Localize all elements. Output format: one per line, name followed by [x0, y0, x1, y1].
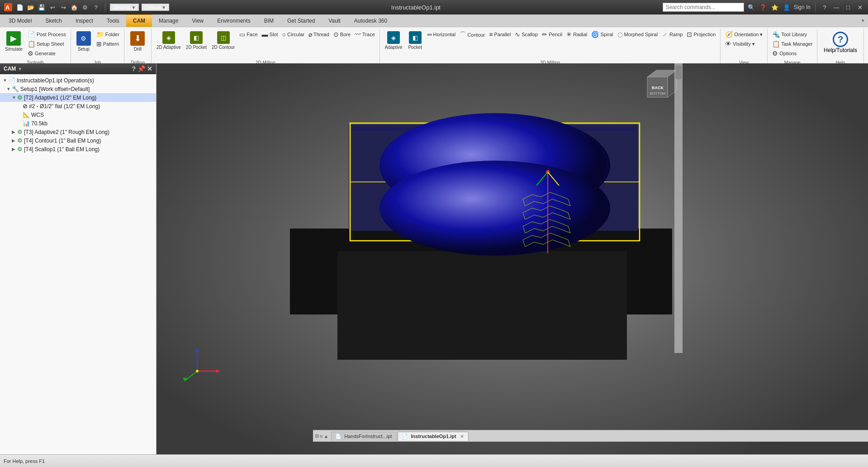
- panel-pin-btn[interactable]: 📌: [138, 65, 145, 72]
- adaptive-3d-button[interactable]: ◈ Adaptive: [383, 30, 405, 52]
- pocket-3d-button[interactable]: ◧ Pocket: [405, 30, 425, 52]
- generate-button[interactable]: ⚙ Generate: [26, 49, 68, 58]
- tab-3d-model[interactable]: 3D Model: [2, 14, 38, 27]
- ramp-button[interactable]: ⟋ Ramp: [660, 30, 684, 39]
- morphed-spiral-button[interactable]: ◌ Morphed Spiral: [616, 30, 660, 39]
- tab-expand-icon[interactable]: ▲: [323, 434, 328, 439]
- redo-btn[interactable]: ↪: [59, 3, 68, 12]
- tab-get-started[interactable]: Get Started: [280, 14, 322, 27]
- tree-item-t4-scallop1[interactable]: ▶ ⚙ [T4] Scallop1 (1" Ball EM Long): [0, 145, 156, 153]
- tree-item-root[interactable]: ▼ 📄 InstructableOp1.ipt Operation(s): [0, 76, 156, 85]
- search-btn[interactable]: 🔍: [747, 3, 756, 12]
- navigation-cube[interactable]: BACK BOTTOM: [647, 70, 677, 97]
- tab-vault[interactable]: Vault: [322, 14, 347, 27]
- help-tutorials-button[interactable]: ? Help/Tutorials: [820, 30, 861, 55]
- tool-library-button[interactable]: 🔩 Tool Library: [770, 30, 814, 39]
- group-3d-milling: ◈ Adaptive ◧ Pocket ═ Horizontal ⌒ Conto…: [380, 29, 721, 66]
- root-label: InstructableOp1.ipt Operation(s): [17, 77, 94, 84]
- tab-bim[interactable]: BIM: [257, 14, 280, 27]
- simulate-button[interactable]: ▶ Simulate: [3, 30, 25, 53]
- t4-scallop-label: [T4] Scallop1 (1" Ball EM Long): [24, 146, 100, 152]
- projection-button[interactable]: ⊡ Projection: [685, 30, 717, 39]
- settings-btn[interactable]: ⚙: [81, 3, 90, 12]
- tree-item-t4-contour1[interactable]: ▶ ⚙ [T4] Contour1 (1" Ball EM Long): [0, 136, 156, 145]
- setup-sheet-button[interactable]: 📋 Setup Sheet: [26, 39, 68, 48]
- 2d-pocket-button[interactable]: ◧ 2D Pocket: [184, 30, 209, 52]
- tree-item-t3-adaptive2[interactable]: ▶ ⚙ [T3] Adaptive2 (1" Rough EM Long): [0, 128, 156, 136]
- face-button[interactable]: ▭ Face: [237, 30, 259, 39]
- instructable-tab-close[interactable]: ✕: [460, 434, 464, 439]
- tree-expand-wcs: [17, 112, 23, 117]
- help-expand-btn[interactable]: ?: [820, 3, 829, 12]
- open-file-btn[interactable]: 📂: [26, 3, 35, 12]
- contour-3d-button[interactable]: ⌒ Contour: [458, 30, 487, 40]
- parallel-button[interactable]: ≡ Parallel: [487, 30, 512, 39]
- user-icon[interactable]: 👤: [782, 3, 791, 12]
- tab-tools[interactable]: Tools: [100, 14, 126, 27]
- tree-item-t2-tool[interactable]: ⊘ #2 - Ø1/2" flat (1/2" EM Long): [0, 102, 156, 110]
- tree-item-size[interactable]: 📊 70.5kb: [0, 119, 156, 128]
- favorites-icon[interactable]: ⭐: [770, 3, 779, 12]
- tab-manage[interactable]: Manage: [152, 14, 185, 27]
- t2-label: [T2] Adaptive1 (1/2" EM Long): [24, 95, 96, 101]
- horizontal-button[interactable]: ═ Horizontal: [426, 30, 457, 39]
- drill-button[interactable]: ⬇ Drill: [128, 30, 147, 53]
- task-manager-button[interactable]: 📋 Task Manager: [770, 39, 814, 48]
- tree-item-setup1[interactable]: ▼ 🔧 Setup1 [Work offset=Default]: [0, 85, 156, 93]
- contour-3d-icon: ⌒: [460, 31, 466, 39]
- bore-button[interactable]: ⊙ Bore: [332, 30, 352, 39]
- circular-button[interactable]: ○ Circular: [280, 30, 306, 39]
- list-view-icon[interactable]: ≡: [320, 434, 323, 439]
- t2-tool-icon: ⊘: [23, 103, 28, 110]
- help-icon[interactable]: ❓: [759, 3, 768, 12]
- folder-button[interactable]: 📁 Folder: [95, 30, 121, 39]
- tab-view[interactable]: View: [185, 14, 210, 27]
- profile-dropdown[interactable]: Generic ▼: [110, 4, 139, 11]
- tree-item-t2-adaptive1[interactable]: ▼ ⚙ [T2] Adaptive1 (1/2" EM Long): [0, 93, 156, 102]
- radial-button[interactable]: ✳ Radial: [564, 30, 589, 39]
- tab-sketch[interactable]: Sketch: [38, 14, 69, 27]
- panel-dropdown-arrow[interactable]: ▼: [18, 67, 22, 71]
- help-quick-btn[interactable]: ?: [91, 3, 100, 12]
- orientation-button[interactable]: 🧭 Orientation ▾: [723, 30, 764, 39]
- grid-view-icon[interactable]: ⊞: [315, 433, 319, 439]
- maximize-btn[interactable]: □: [844, 3, 853, 12]
- app-logo[interactable]: A: [4, 3, 13, 12]
- tree-item-wcs[interactable]: 📐 WCS: [0, 110, 156, 119]
- sign-in-label[interactable]: Sign In: [794, 4, 811, 10]
- tab-autodesk-360[interactable]: Autodesk 360: [347, 14, 394, 27]
- tab-inspect[interactable]: Inspect: [69, 14, 100, 27]
- post-process-button[interactable]: 📄 Post Process: [26, 30, 68, 39]
- pencil-button[interactable]: ✏ Pencil: [540, 30, 564, 39]
- setup-button[interactable]: ⚙ Setup: [74, 30, 94, 53]
- undo-btn[interactable]: ↩: [48, 3, 57, 12]
- minimize-btn[interactable]: —: [832, 3, 841, 12]
- options-button[interactable]: ⚙ Options: [770, 49, 814, 58]
- workspace-dropdown[interactable]: Default ▼: [142, 4, 169, 11]
- search-input[interactable]: [663, 3, 744, 12]
- save-btn[interactable]: 💾: [37, 3, 46, 12]
- spiral-button[interactable]: 🌀 Spiral: [589, 30, 615, 39]
- close-btn[interactable]: ✕: [855, 3, 864, 12]
- slot-button[interactable]: ▬ Slot: [260, 30, 280, 39]
- ribbon-options[interactable]: ▾: [858, 18, 868, 24]
- instructable-tab-label: InstructableOp1.ipt: [411, 434, 456, 439]
- viewport[interactable]: BACK BOTTOM ⊞ ≡ ▲ 📄 HandsForInstruct...i…: [157, 63, 868, 454]
- viewport-tab-hands[interactable]: 📄 HandsForInstruct...ipt: [331, 432, 397, 441]
- thread-button[interactable]: ⌀ Thread: [307, 30, 331, 39]
- pattern-button[interactable]: ⊞ Pattern: [95, 39, 121, 48]
- 2d-contour-button[interactable]: ◫ 2D Contour: [209, 30, 237, 52]
- new-file-btn[interactable]: 📄: [15, 3, 24, 12]
- panel-close-btn[interactable]: ✕: [147, 65, 152, 72]
- title-bar-left: A 📄 📂 💾 ↩ ↪ 🏠 ⚙ ? Generic ▼ Default ▼: [4, 3, 169, 12]
- trace-button[interactable]: 〰 Trace: [353, 30, 377, 39]
- tab-cam[interactable]: CAM: [126, 14, 152, 27]
- visibility-button[interactable]: 👁 Visibility ▾: [723, 39, 764, 48]
- panel-help-btn[interactable]: ?: [132, 65, 136, 72]
- viewport-tab-instructable[interactable]: 📄 InstructableOp1.ipt ✕: [398, 432, 468, 441]
- 2d-adaptive-button[interactable]: ◈ 2D Adaptive: [154, 30, 183, 52]
- tab-environments[interactable]: Environments: [210, 14, 257, 27]
- scallop-button[interactable]: ∿ Scallop: [513, 30, 540, 39]
- home-btn[interactable]: 🏠: [70, 3, 79, 12]
- status-text: For Help, press F1: [4, 458, 45, 464]
